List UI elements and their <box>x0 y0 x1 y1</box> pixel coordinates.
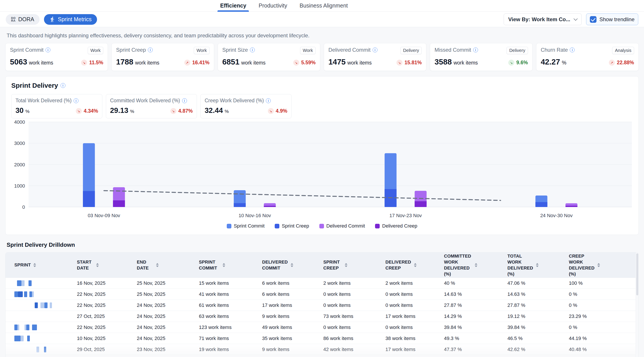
card-unit: % <box>26 109 30 114</box>
block-gap <box>48 303 50 308</box>
block-gap <box>14 303 35 308</box>
card-title: Missed Commit <box>434 47 471 53</box>
table-cell: 17 work items <box>386 347 444 352</box>
table-cell: 6 work items <box>262 280 323 286</box>
card-value: 42.27 <box>541 57 560 66</box>
sort-icon[interactable] <box>345 263 348 267</box>
legend-item-delivered-commit[interactable]: Delivered Commit <box>319 223 365 229</box>
sprint-creep-bar[interactable] <box>83 191 95 207</box>
sort-icon[interactable] <box>96 263 99 267</box>
sort-icon[interactable] <box>33 263 36 267</box>
tab-efficiency[interactable]: Efficiency <box>219 0 247 11</box>
info-icon[interactable]: i <box>60 83 66 88</box>
info-icon[interactable]: i <box>46 47 50 52</box>
show-trendline-toggle[interactable]: Show trendline <box>586 13 638 25</box>
column-header-total-work-delivered[interactable]: TOTAL WORK DELIVERED (%) <box>508 253 569 277</box>
info-icon[interactable]: i <box>250 47 255 52</box>
card-title: Delivered Commit <box>328 47 370 53</box>
column-header-start-date[interactable]: START DATE <box>77 259 137 271</box>
sort-icon[interactable] <box>222 263 225 267</box>
card-unit: % <box>130 109 134 114</box>
table-scrollbar[interactable] <box>636 253 638 357</box>
sort-icon[interactable] <box>414 263 416 267</box>
table-row[interactable]: 22 Nov, 202524 Nov, 2025123 work items49… <box>6 322 638 333</box>
sprint-creep-bar[interactable] <box>234 203 246 207</box>
column-header-sprint-creep[interactable]: SPRINT CREEP <box>323 259 386 271</box>
table-row[interactable]: 22 Nov, 202525 Nov, 202541 work items6 w… <box>6 289 638 300</box>
sort-icon[interactable] <box>290 263 293 267</box>
table-cell: 24 Nov, 2025 <box>137 303 199 308</box>
legend-swatch <box>275 224 279 228</box>
card-delta-value: 4.34% <box>84 108 98 114</box>
table-cell: 24 Nov, 2025 <box>137 336 199 341</box>
table-row[interactable]: 29 Oct, 202523 Nov, 202519 work items9 w… <box>6 344 638 355</box>
delivered-creep-bar[interactable] <box>113 200 125 207</box>
metric-card-sprint-commit: Sprint CommitiWork5063work items↘11.5% <box>5 43 108 71</box>
redaction-block <box>14 291 18 297</box>
sprint-delivery-title-text: Sprint Delivery <box>11 82 58 89</box>
table-cell: 38 work items <box>386 336 444 341</box>
column-header-delivered-commit[interactable]: DELIVERED COMMIT <box>262 259 323 271</box>
legend-item-delivered-creep[interactable]: Delivered Creep <box>375 223 417 229</box>
redaction-block <box>14 325 18 330</box>
sort-icon[interactable] <box>536 263 538 267</box>
table-row[interactable]: 16 Nov, 202525 Nov, 202515 work items6 w… <box>6 278 638 289</box>
delivered-creep-bar[interactable] <box>414 201 426 207</box>
column-header-sprint[interactable]: SPRINT <box>14 262 77 268</box>
table-row[interactable]: 27 Oct, 202524 Nov, 202563 work items9 w… <box>6 311 638 322</box>
sprint-metrics-button[interactable]: Sprint Metrics <box>44 14 97 25</box>
redaction-block <box>44 303 48 308</box>
table-row[interactable]: 10 Nov, 202524 Nov, 202571 work items35 … <box>6 333 638 344</box>
redaction-block <box>28 280 32 286</box>
column-header-end-date[interactable]: END DATE <box>137 259 199 271</box>
trendline-checkbox[interactable] <box>590 16 596 23</box>
table-cell: 17 work items <box>262 303 323 308</box>
sprint-delivery-chart[interactable]: 0100020003000400003 Nov-09 Nov10 Nov-16 … <box>11 119 640 221</box>
card-value: 1475 <box>328 57 346 66</box>
table-cell: 14.63 % <box>444 291 508 297</box>
info-icon[interactable]: i <box>266 98 271 103</box>
sprint-metrics-label: Sprint Metrics <box>58 16 92 22</box>
info-icon[interactable]: i <box>74 98 78 103</box>
delivered-creep-bar[interactable] <box>566 206 578 207</box>
y-axis-tick: 0 <box>22 204 25 210</box>
column-header-creep-work-delivered[interactable]: CREEP WORK DELIVERED (%) <box>569 253 636 277</box>
table-cell: 0 % <box>569 303 636 308</box>
info-icon[interactable]: i <box>372 47 378 52</box>
info-icon[interactable]: i <box>182 98 187 103</box>
info-icon[interactable]: i <box>570 47 574 52</box>
redaction-block <box>27 336 30 341</box>
info-icon[interactable]: i <box>473 47 478 52</box>
x-axis-label: 03 Nov-09 Nov <box>88 213 120 218</box>
info-icon[interactable]: i <box>148 47 153 52</box>
column-header-committed-work-delivered[interactable]: COMMITTED WORK DELIVERED (%) <box>444 253 508 277</box>
card-category-badge: Work <box>88 47 103 54</box>
sprint-creep-bar[interactable] <box>536 202 548 207</box>
sort-icon[interactable] <box>475 263 477 267</box>
tab-business-alignment[interactable]: Business Alignment <box>299 0 349 11</box>
metric-card-missed-commit: Missed CommitiDelivery3588work items↘9.6… <box>430 43 532 71</box>
dora-icon: DORA <box>11 17 16 22</box>
redaction-block <box>24 291 27 297</box>
table-row[interactable]: 22 Nov, 202524 Nov, 202561 work items17 … <box>6 300 638 311</box>
column-header-delivered-creep[interactable]: DELIVERED CREEP <box>386 259 444 271</box>
card-delta: ↘15.81% <box>396 60 422 66</box>
sort-icon[interactable] <box>156 263 159 267</box>
x-axis-label: 10 Nov-16 Nov <box>238 213 271 218</box>
table-scrollbar-thumb[interactable] <box>636 253 638 295</box>
dora-button[interactable]: DORA DORA <box>6 14 40 25</box>
delivered-creep-bar[interactable] <box>264 206 276 207</box>
legend-item-sprint-commit[interactable]: Sprint Commit <box>227 223 264 229</box>
column-header-label: DELIVERED COMMIT <box>262 259 288 271</box>
card-delta: ↘4.34% <box>76 108 98 114</box>
tab-productivity[interactable]: Productivity <box>258 0 288 11</box>
table-row[interactable]: 11 Nov, 202521 Nov, 202540 work items12 … <box>6 355 638 357</box>
legend-item-sprint-creep[interactable]: Sprint Creep <box>275 223 309 229</box>
table-cell: 49.3 % <box>444 336 508 341</box>
sort-icon[interactable] <box>597 263 600 267</box>
card-value: 3588 <box>434 57 452 66</box>
table-cell: 22 Nov, 2025 <box>77 303 137 308</box>
drilldown-title: Sprint Delivery Drilldown <box>7 242 637 248</box>
column-header-sprint-commit[interactable]: SPRINT COMMIT <box>199 259 262 271</box>
view-by-dropdown[interactable]: View By: Work Item Co... <box>504 13 582 25</box>
